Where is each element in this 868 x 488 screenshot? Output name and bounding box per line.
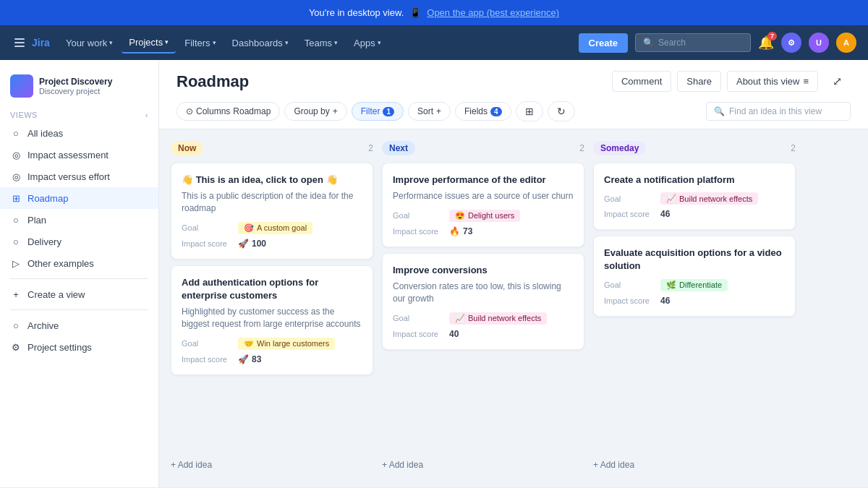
someday-cards: Create a notification platform Goal 📈 Bu… <box>593 163 796 448</box>
impact-label: Impact score <box>393 227 443 236</box>
card-idea-6[interactable]: Evaluate acquisition options for a video… <box>593 236 796 316</box>
columns-button[interactable]: ⊙ Columns Roadmap <box>176 102 280 121</box>
search-icon: 🔍 <box>714 106 725 116</box>
goal-row: Goal 📈 Build network effects <box>604 192 785 205</box>
impact-value: 🚀 83 <box>238 354 261 364</box>
plus-icon: + <box>10 288 22 300</box>
add-idea-next[interactable]: + Add idea <box>382 454 584 476</box>
impact-label: Impact score <box>393 330 443 338</box>
nav-teams[interactable]: Teams ▾ <box>297 33 345 53</box>
sort-button[interactable]: Sort + <box>408 102 451 121</box>
card-meta: Goal 😍 Delight users Impact score 🔥 <box>393 210 574 236</box>
goal-label: Goal <box>604 281 655 289</box>
nav-your-work[interactable]: Your work ▾ <box>59 33 120 53</box>
circle-icon: ○ <box>10 214 22 226</box>
group-by-button[interactable]: Group by + <box>284 102 346 121</box>
user-avatar[interactable]: U <box>809 33 829 53</box>
card-idea-1[interactable]: 👋 This is an idea, click to open 👋 This … <box>171 163 373 260</box>
add-idea-someday[interactable]: + Add idea <box>593 454 796 476</box>
someday-badge: Someday <box>593 141 646 155</box>
card-desc: This is a public description of the idea… <box>182 190 362 215</box>
sidebar-item-all-ideas[interactable]: ○ All ideas <box>0 122 158 144</box>
content-header: Roadmap Comment Share About this view ≡ … <box>159 60 868 129</box>
card-idea-3[interactable]: Improve performance of the editor Perfor… <box>382 163 584 247</box>
chevron-down-icon: ▾ <box>334 39 338 46</box>
about-view-button[interactable]: About this view ≡ <box>727 71 818 92</box>
chevron-down-icon: ▾ <box>378 39 381 46</box>
nav-search[interactable]: 🔍 Search <box>635 33 751 52</box>
circle-icon: ○ <box>10 127 22 139</box>
goal-tag: 📈 Build network effects <box>449 312 547 325</box>
banner-link[interactable]: Open the app (best experience) <box>427 7 559 18</box>
impact-row: Impact score 🚀 100 <box>182 239 362 249</box>
card-title: Create a notification platform <box>604 174 785 187</box>
goal-tag: 🤝 Win large customers <box>238 338 335 350</box>
fullscreen-button[interactable]: ⤢ <box>824 70 851 93</box>
sidebar-item-archive[interactable]: ○ Archive <box>0 314 158 336</box>
create-button[interactable]: Create <box>579 33 628 53</box>
user-avatar-settings[interactable]: ⚙ <box>781 33 801 53</box>
goal-label: Goal <box>182 339 232 348</box>
jira-logo[interactable]: Jira <box>32 37 50 48</box>
goal-row: Goal 🎯 A custom goal <box>182 222 362 234</box>
share-button[interactable]: Share <box>677 71 721 92</box>
main-layout: Project Discovery Discovery project View… <box>0 60 868 487</box>
goal-row: Goal 😍 Delight users <box>393 210 574 222</box>
page-title: Roadmap <box>176 72 249 91</box>
card-idea-4[interactable]: Improve conversions Conversion rates are… <box>382 253 584 350</box>
add-idea-now[interactable]: + Add idea <box>171 454 373 476</box>
sidebar-item-roadmap[interactable]: ⊞ Roadmap <box>0 187 158 209</box>
target-icon: ◎ <box>10 171 22 182</box>
sidebar-views-label: Views ‹ <box>0 106 158 122</box>
collapse-icon[interactable]: ‹ <box>145 111 148 119</box>
fields-button[interactable]: Fields 4 <box>455 102 511 121</box>
card-idea-2[interactable]: Add authentication options for enterpris… <box>171 265 373 375</box>
column-someday: Someday 2 Create a notification platform… <box>593 141 796 476</box>
filter-count-badge: 1 <box>383 107 394 116</box>
impact-value: 46 <box>660 209 670 219</box>
card-title: Improve conversions <box>393 264 574 277</box>
sidebar-item-other[interactable]: ▷ Other examples <box>0 252 158 274</box>
nav-apps[interactable]: Apps ▾ <box>346 33 388 53</box>
sidebar: Project Discovery Discovery project View… <box>0 60 159 487</box>
nav-projects[interactable]: Projects ▾ <box>122 33 176 53</box>
hamburger-menu[interactable] <box>12 35 27 50</box>
sidebar-item-create-view[interactable]: + Create a view <box>0 283 158 305</box>
sidebar-item-project-settings[interactable]: ⚙ Project settings <box>0 336 158 358</box>
comment-button[interactable]: Comment <box>612 71 671 92</box>
chevron-down-icon: ▾ <box>213 39 216 46</box>
user-avatar-2[interactable]: A <box>836 33 856 53</box>
nav-dashboards[interactable]: Dashboards ▾ <box>225 33 296 53</box>
gear-icon: ⚙ <box>10 341 22 353</box>
sidebar-item-impact-effort[interactable]: ◎ Impact versus effort <box>0 166 158 187</box>
archive-icon: ○ <box>10 320 22 331</box>
toolbar: ⊙ Columns Roadmap Group by + Filter 1 So… <box>176 101 851 129</box>
someday-count: 2 <box>791 143 796 153</box>
impact-row: Impact score 🔥 73 <box>393 226 574 236</box>
next-count: 2 <box>579 143 584 153</box>
navbar-menu: Your work ▾ Projects ▾ Filters ▾ Dashboa… <box>59 33 388 53</box>
sidebar-item-impact-assessment[interactable]: ◎ Impact assessment <box>0 144 158 166</box>
sync-button[interactable]: ↻ <box>548 101 575 121</box>
sidebar-item-plan[interactable]: ○ Plan <box>0 209 158 231</box>
card-meta: Goal 🌿 Differentiate Impact score 46 <box>604 279 785 306</box>
card-idea-5[interactable]: Create a notification platform Goal 📈 Bu… <box>593 163 796 230</box>
chevron-down-icon: ▾ <box>165 38 169 46</box>
card-title: 👋 This is an idea, click to open 👋 <box>182 174 362 187</box>
filter-button[interactable]: Filter 1 <box>352 102 404 121</box>
fields-count-badge: 4 <box>490 107 502 116</box>
nav-filters[interactable]: Filters ▾ <box>177 33 223 53</box>
sidebar-item-delivery[interactable]: ○ Delivery <box>0 231 158 252</box>
card-title: Improve performance of the editor <box>393 174 574 187</box>
impact-label: Impact score <box>182 239 232 248</box>
board-search[interactable]: 🔍 Find an idea in this view <box>706 102 851 121</box>
page-title-row: Roadmap Comment Share About this view ≡ … <box>176 70 851 93</box>
column-next-header: Next 2 <box>382 141 584 155</box>
now-count: 2 <box>368 143 373 153</box>
table-view-button[interactable]: ⊞ <box>516 101 543 121</box>
notification-bell[interactable]: 🔔 7 <box>758 35 774 51</box>
circle-icon: ○ <box>10 236 22 247</box>
card-meta: Goal 📈 Build network effects Impact scor… <box>393 312 574 339</box>
column-next: Next 2 Improve performance of the editor… <box>382 141 584 476</box>
goal-tag: 😍 Delight users <box>449 210 520 222</box>
